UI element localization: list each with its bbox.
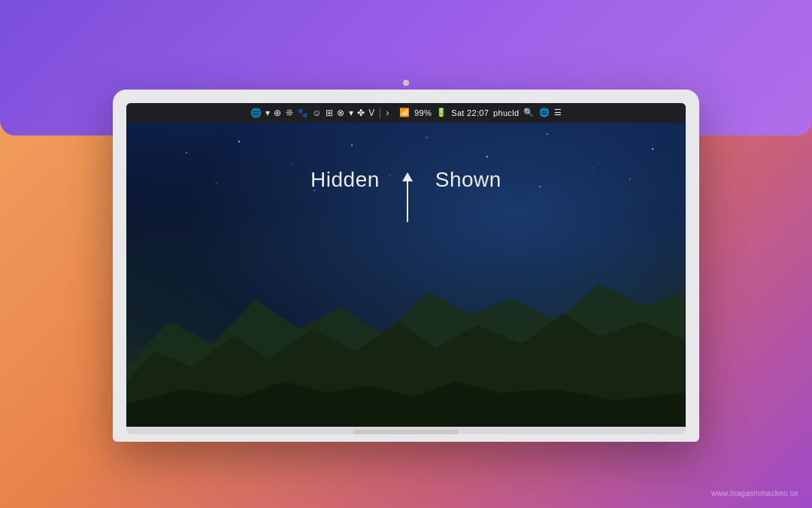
network-icon: 🌐 <box>539 108 550 117</box>
laptop-screen: 🌐 ▾ ⊕ ❊ 🐾 ☺ ⊞ ⊗ ▾ ✤ V › 📶 <box>126 103 686 427</box>
menu-icon-v: V <box>368 108 374 118</box>
menu-icon-3: ⊕ <box>274 108 281 118</box>
camera-dot <box>403 80 409 86</box>
time-display: Sat 22:07 <box>451 108 489 117</box>
laptop-notch <box>353 430 459 434</box>
menu-icon-7: ⊞ <box>326 108 333 118</box>
laptop-wrapper: 🌐 ▾ ⊕ ❊ 🐾 ☺ ⊞ ⊗ ▾ ✤ V › 📶 <box>113 90 699 442</box>
menu-icon-bt: ✤ <box>357 108 365 118</box>
shown-label: Shown <box>413 168 501 192</box>
menubar: 🌐 ▾ ⊕ ❊ 🐾 ☺ ⊞ ⊗ ▾ ✤ V › 📶 <box>126 103 686 123</box>
background: 🌐 ▾ ⊕ ❊ 🐾 ☺ ⊞ ⊗ ▾ ✤ V › 📶 <box>0 0 812 508</box>
laptop-bottom-bezel <box>126 427 686 434</box>
menu-icon-8: ⊗ <box>337 108 344 118</box>
menu-icon-1: 🌐 <box>250 108 262 118</box>
divider-arrow <box>402 172 413 222</box>
wifi-icon: 📶 <box>399 108 410 117</box>
username-display: phucld <box>493 108 519 117</box>
hamburger-icon: ☰ <box>554 108 562 117</box>
menubar-icons: 🌐 ▾ ⊕ ❊ 🐾 ☺ ⊞ ⊗ ▾ ✤ V › 📶 <box>250 108 562 118</box>
watermark: www.magasinmacken.se <box>711 489 798 497</box>
hidden-label: Hidden <box>311 168 402 192</box>
labels-overlay: Hidden Shown <box>126 123 686 427</box>
menu-icon-2: ▾ <box>265 108 270 118</box>
battery-text: 99% <box>414 108 432 117</box>
battery-icon: 🔋 <box>436 108 447 117</box>
menu-icon-6: ☺ <box>312 108 322 118</box>
search-icon: 🔍 <box>523 108 534 117</box>
menu-icon-9: ▾ <box>349 108 353 118</box>
menu-icon-5: 🐾 <box>297 108 308 118</box>
menubar-right: 📶 99% 🔋 Sat 22:07 phucld 🔍 🌐 ☰ <box>399 108 562 117</box>
menu-icon-chevron: › <box>386 108 389 118</box>
menu-separator <box>380 108 380 118</box>
arrow-line <box>407 181 408 222</box>
laptop: 🌐 ▾ ⊕ ❊ 🐾 ☺ ⊞ ⊗ ▾ ✤ V › 📶 <box>113 90 699 442</box>
menu-icon-4: ❊ <box>286 108 293 118</box>
labels-container: Hidden Shown <box>311 168 501 222</box>
